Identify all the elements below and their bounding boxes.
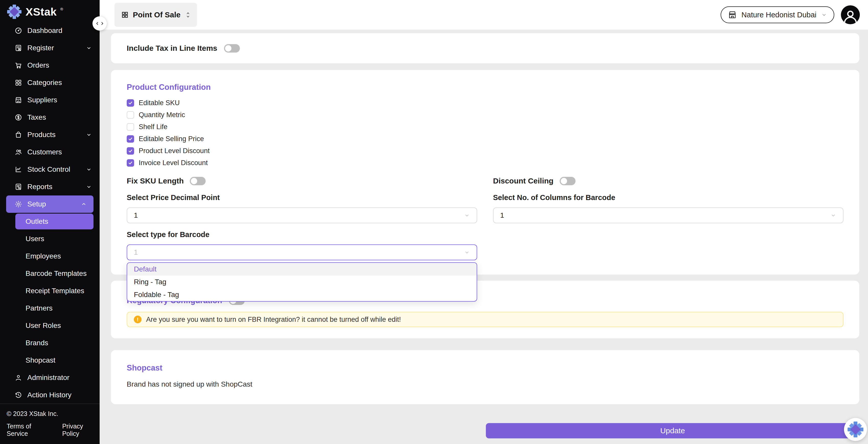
barcode-type-dropdown: Default Ring - Tag Foldable - Tag	[127, 262, 477, 302]
price-decimal-select[interactable]: 1	[127, 207, 477, 223]
chevron-left-icon	[95, 22, 99, 26]
sidebar-item-setup[interactable]: Setup	[6, 196, 93, 213]
sidebar-item-label: Action History	[27, 391, 71, 399]
fix-sku-length-toggle[interactable]	[190, 177, 206, 185]
chevron-up-icon	[81, 201, 87, 207]
privacy-policy-link[interactable]: Privacy Policy	[62, 422, 100, 437]
sort-carets-icon	[186, 12, 190, 18]
sidebar-subitem-label: Users	[26, 235, 44, 243]
sidebar-collapse-button[interactable]	[92, 16, 107, 31]
option-label: Default	[134, 265, 157, 273]
shopcast-card: Shopcast Brand has not signed up with Sh…	[111, 350, 859, 404]
barcode-columns-label: Select No. of Columns for Barcode	[493, 194, 843, 202]
sidebar-item-action-history[interactable]: Action History	[0, 386, 100, 404]
shopcast-status-text: Brand has not signed up with ShopCast	[127, 380, 843, 388]
sidebar-item-customers[interactable]: Customers	[0, 143, 100, 161]
shelf-life-checkbox[interactable]	[127, 123, 134, 131]
sidebar-item-reports[interactable]: Reports	[0, 178, 100, 196]
quantity-metric-row[interactable]: Quantity Metric	[127, 111, 843, 119]
sidebar-item-register[interactable]: Register	[0, 39, 100, 57]
sidebar-item-administrator[interactable]: Administrator	[0, 369, 100, 386]
barcode-columns-select[interactable]: 1	[493, 207, 843, 223]
suppliers-store-icon	[14, 96, 22, 104]
sidebar-subitem-barcode-templates[interactable]: Barcode Templates	[0, 265, 100, 282]
sidebar-item-orders[interactable]: Orders	[0, 57, 100, 74]
dashboard-icon	[14, 27, 22, 34]
tax-settings-card: Include Tax in Line Items	[111, 33, 859, 63]
sidebar-subitem-user-roles[interactable]: User Roles	[0, 317, 100, 334]
discount-ceiling-label: Discount Ceiling	[493, 177, 554, 185]
setup-gear-icon	[14, 200, 22, 208]
sidebar-subitem-users[interactable]: Users	[0, 230, 100, 247]
shelf-life-row[interactable]: Shelf Life	[127, 123, 843, 131]
sidebar-subitem-employees[interactable]: Employees	[0, 247, 100, 265]
barcode-columns-field: Select No. of Columns for Barcode 1	[493, 194, 843, 223]
sidebar-subitem-label: Outlets	[26, 217, 48, 226]
sidebar-nav: Dashboard Register Orders	[0, 21, 100, 404]
quantity-metric-checkbox[interactable]	[127, 111, 134, 118]
checkbox-label: Shelf Life	[139, 123, 167, 131]
sidebar-item-products[interactable]: Products	[0, 126, 100, 143]
barcode-type-select-wrap: 1 Default	[127, 244, 477, 260]
product-configuration-card: Product Configuration Editable SKU Quant…	[111, 70, 859, 275]
invoice-level-discount-checkbox[interactable]	[127, 159, 134, 167]
check-icon	[128, 101, 133, 105]
sidebar-item-suppliers[interactable]: Suppliers	[0, 91, 100, 109]
barcode-type-select[interactable]: 1	[127, 244, 477, 260]
editable-selling-price-checkbox[interactable]	[127, 135, 134, 143]
editable-selling-price-row[interactable]: Editable Selling Price	[127, 135, 843, 143]
product-level-discount-checkbox[interactable]	[127, 147, 134, 155]
editable-sku-checkbox[interactable]	[127, 99, 134, 107]
topbar-right: Nature Hedonist Dubai	[721, 5, 860, 24]
sidebar-subitem-brands[interactable]: Brands	[0, 334, 100, 352]
brand-name: XStak	[26, 4, 57, 20]
customers-icon	[14, 148, 22, 156]
chevron-down-icon	[821, 12, 827, 18]
footer-links: Terms of Service Privacy Policy	[7, 422, 100, 437]
register-icon	[14, 44, 22, 52]
check-icon	[128, 148, 133, 153]
sidebar-subitem-shopcast[interactable]: Shopcast	[0, 352, 100, 369]
editable-sku-row[interactable]: Editable SKU	[127, 99, 843, 107]
xstak-floating-badge[interactable]	[844, 418, 867, 441]
dropdown-option-foldable-tag[interactable]: Foldable - Tag	[127, 288, 477, 301]
terms-of-service-link[interactable]: Terms of Service	[7, 422, 51, 437]
sidebar-subitem-receipt-templates[interactable]: Receipt Templates	[0, 282, 100, 300]
chevron-down-icon	[86, 132, 92, 138]
update-button[interactable]: Update	[486, 423, 859, 438]
price-decimal-label: Select Price Decimal Point	[127, 194, 477, 202]
sidebar-subitem-label: Shopcast	[26, 356, 56, 364]
warning-icon: !	[134, 316, 142, 323]
user-icon	[843, 9, 858, 24]
sidebar-item-dashboard[interactable]: Dashboard	[0, 22, 100, 39]
outlet-name: Nature Hedonist Dubai	[742, 11, 816, 19]
sidebar-item-stock-control[interactable]: Stock Control	[0, 161, 100, 178]
app-root: XStak ® Dashboard Register	[0, 0, 868, 444]
sidebar-item-label: Taxes	[27, 113, 46, 122]
sidebar-subitem-outlets[interactable]: Outlets	[15, 213, 93, 229]
shopcast-title: Shopcast	[127, 363, 843, 373]
discount-ceiling-toggle[interactable]	[560, 177, 576, 185]
xstak-logo-icon	[7, 4, 22, 20]
sidebar-item-label: Customers	[27, 148, 62, 156]
sidebar-item-label: Suppliers	[27, 96, 57, 104]
sidebar-item-label: Orders	[27, 61, 49, 69]
checkbox-label: Editable Selling Price	[139, 135, 204, 143]
sidebar-item-taxes[interactable]: Taxes	[0, 109, 100, 126]
sidebar-item-categories[interactable]: Categories	[0, 74, 100, 91]
main-area: Point Of Sale Nature Hedonist Dubai	[100, 0, 868, 444]
config-grid: Fix SKU Length Select Price Decimal Poin…	[127, 176, 843, 260]
product-level-discount-row[interactable]: Product Level Discount	[127, 147, 843, 155]
user-avatar[interactable]	[841, 5, 860, 24]
invoice-level-discount-row[interactable]: Invoice Level Discount	[127, 159, 843, 167]
content: Include Tax in Line Items Product Config…	[100, 30, 868, 444]
app-switcher-button[interactable]: Point Of Sale	[115, 3, 197, 27]
check-icon	[128, 137, 133, 141]
config-column-left: Fix SKU Length Select Price Decimal Poin…	[127, 176, 477, 260]
include-tax-toggle[interactable]	[224, 44, 240, 53]
dropdown-option-ring-tag[interactable]: Ring - Tag	[127, 276, 477, 288]
sidebar-footer: © 2023 XStak Inc. Terms of Service Priva…	[0, 404, 100, 444]
dropdown-option-default[interactable]: Default	[127, 263, 477, 276]
outlet-selector[interactable]: Nature Hedonist Dubai	[721, 6, 834, 23]
sidebar-subitem-partners[interactable]: Partners	[0, 300, 100, 317]
